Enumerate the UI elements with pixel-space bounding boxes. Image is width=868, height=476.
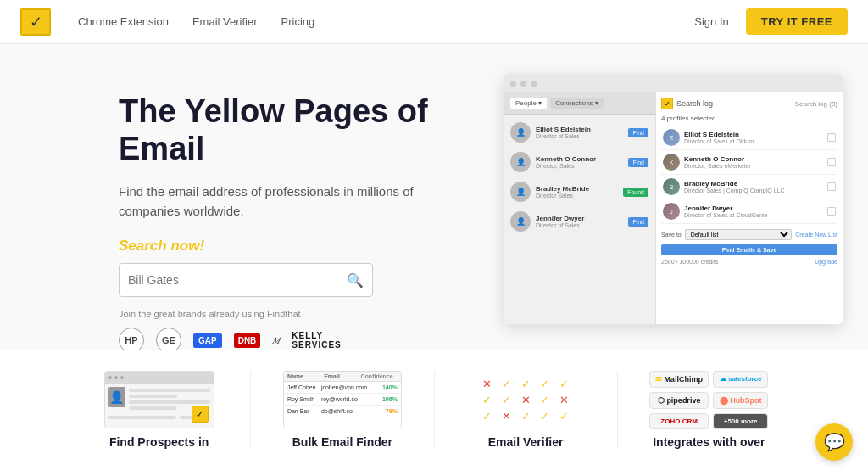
et-pct-1: 140%	[372, 384, 398, 390]
ext-checkbox-2[interactable]	[827, 158, 836, 166]
ext-badge-icon: ✓	[192, 406, 209, 423]
feature-label-3: Email Verifier	[488, 435, 564, 449]
person-role-3: Director Sales	[536, 193, 618, 199]
int-salesforce: ☁ salesforce	[713, 371, 768, 388]
int-hubspot: ⬤ HubSpot	[713, 392, 768, 409]
ext-person-name-3: Bradley McBride	[684, 180, 823, 188]
upgrade-link[interactable]: Upgrade	[815, 259, 837, 265]
ext-person-info-3: Bradley McBride Director Sales | CompIQ …	[684, 180, 823, 193]
check-y-7: ✓	[537, 394, 554, 406]
check-y-6: ✓	[498, 394, 515, 406]
check-y-2: ✓	[518, 378, 534, 390]
hero-left: The Yellow Pages of Email Find the email…	[119, 85, 441, 350]
nav-chrome-extension[interactable]: Chrome Extension	[78, 15, 169, 28]
linkedin-avatar-icon: 👤	[108, 387, 125, 407]
int-zoho: ZOHO CRM	[649, 413, 709, 429]
person-name-2: Kenneth O Connor	[536, 155, 623, 163]
ext-avatar-2: K	[663, 154, 680, 171]
person-info-4: Jennifer Dwyer Director of Sales	[536, 215, 623, 228]
panel-tab-1: People ▾	[510, 98, 547, 109]
selected-label: 4 profiles selected	[661, 115, 837, 122]
person-role-2: Director, Sales	[536, 163, 623, 169]
feature-verifier: ✕ ✓ ✓ ✓ ✓ ✓ ✓ ✕ ✓ ✕ ✓ ✕ ✓ ✓ ✓ Email Veri…	[435, 371, 618, 449]
find-btn-1[interactable]: Find	[628, 128, 648, 137]
panel-header: People ▾ Connections ▾	[504, 92, 655, 115]
et-row-1: Jeff Cohen jcohen@vpn.com 140%	[284, 382, 401, 394]
person-role-1: Director of Sales	[536, 133, 623, 139]
save-select[interactable]: Default list	[685, 229, 792, 240]
brand-kelly: KELLYSERVICES	[292, 331, 341, 350]
feature-label-2: Bulk Email Finder	[292, 435, 392, 449]
brand-gap: GAP	[193, 333, 222, 348]
hero-title: The Yellow Pages of Email	[119, 93, 441, 167]
et-col-email: Email	[324, 373, 360, 379]
ext-title: Search log	[676, 99, 795, 108]
check-x-2: ✕	[518, 394, 534, 406]
search-label: Search now!	[119, 238, 441, 255]
search-box[interactable]: 🔍	[119, 263, 373, 297]
ext-person-role-4: Director of Sales at CloudGenie	[684, 212, 823, 218]
ext-person-name-4: Jennifer Dwyer	[684, 204, 823, 212]
person-row-2: 👤 Kenneth O Connor Director, Sales Find	[507, 148, 652, 177]
ext-avatar-4: J	[663, 203, 680, 220]
ext-person-role-3: Director Sales | CompIQ CompIQ LLC	[684, 188, 823, 193]
brand-dnb: DNB	[234, 333, 261, 348]
logo[interactable]: ✓	[20, 8, 51, 36]
ext-avatar-1: E	[663, 129, 680, 146]
save-to-label: Save to	[661, 232, 682, 238]
linkedin-line-4	[129, 406, 178, 410]
ext-person-row-3: B Bradley McBride Director Sales | CompI…	[661, 175, 837, 199]
person-info-3: Bradley McBride Director Sales	[536, 185, 618, 199]
find-btn-4[interactable]: Find	[628, 217, 648, 227]
extension-popup: ✓ Search log Search log (8) 4 profiles s…	[656, 92, 843, 324]
linkedin-line-3	[129, 400, 210, 404]
nav-email-verifier[interactable]: Email Verifier	[192, 15, 258, 28]
brands-label: Join the great brands already using Find…	[119, 309, 441, 319]
hero-subtitle: Find the email address of professionals …	[119, 182, 441, 221]
brand-hp: HP	[119, 328, 144, 350]
et-name-3: Dan Bar	[287, 408, 321, 414]
search-input[interactable]	[128, 273, 347, 287]
find-btn-3[interactable]: Found	[623, 188, 648, 197]
check-y-1: ✓	[498, 378, 515, 390]
ext-checkbox-1[interactable]	[827, 133, 836, 142]
linkedin-body: 👤 ✓	[105, 384, 214, 416]
feature-linkedin: 👤 ✓ Find Prospects in	[68, 371, 251, 449]
person-info-2: Kenneth O Connor Director, Sales	[536, 155, 623, 169]
check-x-4: ✕	[498, 410, 515, 423]
linkedin-header	[105, 372, 214, 384]
find-save-button[interactable]: Find Emails & Save	[661, 244, 837, 255]
int-pipedrive: ⬡ pipedrive	[649, 392, 709, 409]
ext-checkbox-4[interactable]	[827, 207, 836, 216]
try-free-button[interactable]: TRY IT FREE	[746, 8, 848, 35]
et-name-1: Jeff Cohen	[287, 384, 321, 390]
ext-person-role-2: Director, Sales eMerketer	[684, 163, 823, 169]
hero-browser-mock: People ▾ Connections ▾ 👤 Elliot S Edelst…	[504, 74, 843, 324]
ext-logo-icon: ✓	[661, 98, 673, 109]
create-list-link[interactable]: Create New List	[795, 232, 837, 238]
person-row-3: 👤 Bradley McBride Director Sales Found	[507, 177, 652, 207]
find-btn-2[interactable]: Find	[628, 158, 648, 167]
ext-checkbox-3[interactable]	[827, 182, 836, 191]
ext-person-name-1: Elliot S Edelstein	[684, 131, 823, 138]
ext-person-row-1: E Elliot S Edelstein Director of Sales a…	[661, 126, 837, 150]
sign-in-link[interactable]: Sign In	[694, 15, 728, 28]
feature-integrations: ✉ MailChimp ☁ salesforce ⬡ pipedrive ⬤ H…	[618, 371, 800, 449]
chat-bubble[interactable]: 💬	[815, 423, 853, 461]
ext-header: ✓ Search log Search log (8)	[661, 98, 837, 109]
et-pct-2: 196%	[372, 396, 398, 402]
check-y-8: ✓	[479, 410, 495, 423]
linkedin-panel: People ▾ Connections ▾ 👤 Elliot S Edelst…	[504, 92, 656, 324]
ext-avatar-3: B	[663, 178, 680, 195]
brand-ge: GE	[156, 328, 181, 350]
nav-pricing[interactable]: Pricing	[281, 15, 315, 28]
brands-row: HP GE GAP DNB 𝑀 KELLYSERVICES	[119, 328, 441, 350]
et-email-1: jcohen@vpn.com	[321, 384, 372, 390]
ext-person-info-1: Elliot S Edelstein Director of Sales at …	[684, 131, 823, 144]
et-email-2: roy@world.co	[321, 396, 372, 402]
hero-section: The Yellow Pages of Email Find the email…	[0, 44, 868, 350]
et-header: Name Email Confidence	[284, 372, 401, 382]
linkedin-mock: 👤 ✓	[104, 371, 214, 428]
person-role-4: Director of Sales	[536, 222, 623, 228]
check-y-10: ✓	[537, 410, 554, 423]
